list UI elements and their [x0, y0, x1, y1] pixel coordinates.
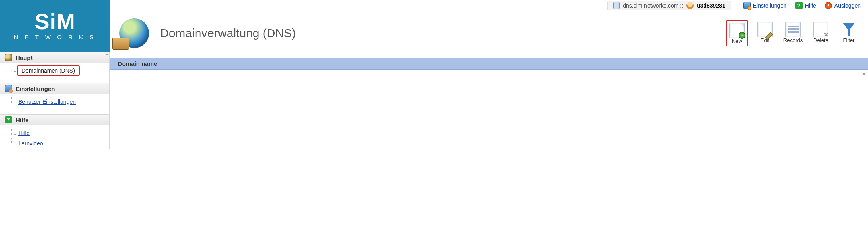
crumb-user: u3d839281	[697, 2, 725, 9]
nav-item-label[interactable]: Hilfe	[18, 130, 30, 136]
nav-section-label: Haupt	[16, 54, 33, 61]
edit-button[interactable]: Edit	[754, 20, 776, 45]
monitor-icon	[5, 85, 12, 92]
user-icon	[686, 2, 694, 9]
table-header-domain[interactable]: Domain name	[110, 58, 868, 70]
nav-section-help[interactable]: ? Hilfe	[0, 114, 109, 125]
toolbar-label: Filter	[843, 37, 855, 43]
filter-button[interactable]: Filter	[838, 20, 860, 45]
column-label: Domain name	[118, 60, 157, 67]
topbar: dns.sim-networks.com :: u3d839281 Einste…	[110, 0, 868, 11]
new-button[interactable]: + New	[726, 20, 748, 46]
delete-icon	[813, 22, 828, 37]
nav-item-user-settings[interactable]: Benutzer Einstellungen	[11, 97, 109, 107]
new-icon: +	[729, 23, 745, 38]
settings-icon	[743, 2, 751, 9]
toplink-label[interactable]: Hilfe	[805, 2, 816, 9]
edit-icon	[757, 22, 773, 37]
filter-icon	[841, 22, 856, 37]
nav-item-video[interactable]: Lernvideo	[11, 138, 109, 149]
nav-item-help[interactable]: Hilfe	[11, 128, 109, 138]
table-body	[110, 70, 868, 214]
records-icon	[785, 22, 801, 37]
nav-item-label[interactable]: Benutzer Einstellungen	[18, 99, 76, 105]
nav-item-label[interactable]: Lernvideo	[18, 140, 43, 147]
toplink-label[interactable]: Einstellungen	[753, 2, 787, 9]
server-icon	[613, 2, 620, 9]
records-button[interactable]: Records	[782, 20, 804, 45]
top-links: Einstellungen ? Hilfe Ausloggen	[743, 2, 861, 9]
toplink-label[interactable]: Ausloggen	[834, 2, 861, 9]
brand-logo: SiM N E T W O R K S	[0, 0, 110, 52]
brand-name: SiM	[34, 9, 75, 34]
power-icon	[825, 2, 832, 9]
brand-sub: N E T W O R K S	[14, 34, 96, 40]
delete-button[interactable]: Delete	[810, 20, 832, 45]
nav-section-haupt[interactable]: Haupt	[0, 52, 109, 63]
toplink-logout[interactable]: Ausloggen	[825, 2, 861, 9]
globe-icon	[119, 18, 149, 48]
nav-section-label: Hilfe	[16, 117, 29, 123]
folder-icon	[5, 54, 12, 61]
nav-section-settings[interactable]: Einstellungen	[0, 83, 109, 94]
crumb-host: dns.sim-networks.com ::	[623, 2, 683, 9]
page-title: Domainverwaltung (DNS)	[160, 26, 726, 40]
nav-item-dns[interactable]: Domainnamen (DNS)	[17, 65, 80, 76]
toplink-help[interactable]: ? Hilfe	[795, 2, 816, 9]
nav-section-label: Einstellungen	[16, 85, 55, 92]
toolbar-label: Records	[783, 37, 803, 43]
page-header: Domainverwaltung (DNS) + New Edit Record…	[110, 11, 868, 58]
toplink-settings[interactable]: Einstellungen	[743, 2, 787, 9]
toolbar: + New Edit Records Delete Filter	[726, 20, 860, 46]
breadcrumb: dns.sim-networks.com :: u3d839281	[607, 1, 731, 10]
help-icon: ?	[795, 2, 803, 9]
nav-item-label: Domainnamen (DNS)	[22, 67, 75, 74]
help-icon: ?	[5, 116, 12, 123]
toolbar-label: New	[732, 38, 742, 44]
sidebar-nav: Haupt Domainnamen (DNS) Einstellungen Be…	[0, 52, 110, 149]
